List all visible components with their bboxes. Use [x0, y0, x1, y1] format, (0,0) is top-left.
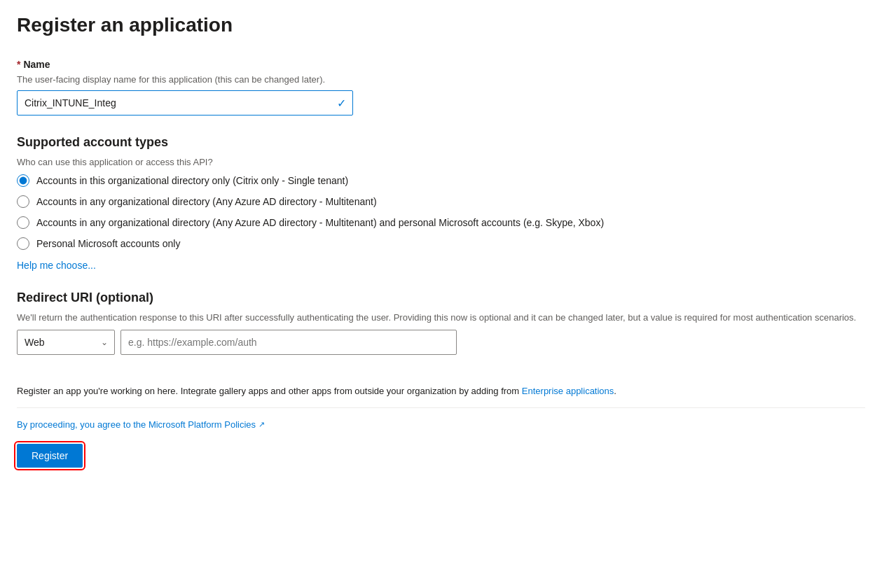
register-button[interactable]: Register — [17, 444, 83, 468]
radio-item-single-tenant[interactable]: Accounts in this organizational director… — [17, 174, 865, 187]
radio-label-multitenant: Accounts in any organizational directory… — [36, 196, 377, 207]
bottom-info-suffix: . — [614, 386, 616, 396]
account-types-heading: Supported account types — [17, 135, 865, 150]
redirect-uri-input[interactable] — [120, 330, 457, 355]
account-types-section: Supported account types Who can use this… — [17, 135, 865, 271]
radio-personal-only[interactable] — [17, 237, 29, 250]
redirect-uri-row: Web SPA Public client/native (mobile & d… — [17, 330, 865, 355]
name-label-text: Name — [23, 59, 50, 70]
bottom-info-text: Register an app you're working on here. … — [17, 377, 865, 396]
name-input-wrapper: ✓ — [17, 90, 353, 115]
redirect-uri-heading: Redirect URI (optional) — [17, 290, 865, 305]
name-description: The user-facing display name for this ap… — [17, 74, 865, 85]
bottom-info-prefix: Register an app you're working on here. … — [17, 386, 519, 396]
name-section: * Name The user-facing display name for … — [17, 59, 865, 115]
radio-label-personal-only: Personal Microsoft accounts only — [36, 238, 180, 249]
policy-link[interactable]: By proceeding, you agree to the Microsof… — [17, 419, 256, 430]
radio-item-personal-only[interactable]: Personal Microsoft accounts only — [17, 237, 865, 250]
external-link-icon: ↗ — [259, 420, 265, 429]
divider — [17, 407, 865, 408]
radio-label-single-tenant: Accounts in this organizational director… — [36, 175, 348, 186]
name-label: * Name — [17, 59, 865, 70]
redirect-uri-section: Redirect URI (optional) We'll return the… — [17, 290, 865, 355]
redirect-uri-description: We'll return the authentication response… — [17, 312, 865, 323]
account-types-radio-group: Accounts in this organizational director… — [17, 174, 865, 250]
help-me-choose-link[interactable]: Help me choose... — [17, 260, 96, 271]
redirect-type-select-wrapper: Web SPA Public client/native (mobile & d… — [17, 330, 115, 355]
redirect-type-select[interactable]: Web SPA Public client/native (mobile & d… — [17, 330, 115, 355]
account-types-question: Who can use this application or access t… — [17, 157, 865, 167]
radio-single-tenant[interactable] — [17, 174, 29, 187]
page-title: Register an application — [17, 14, 865, 36]
radio-label-multitenant-personal: Accounts in any organizational directory… — [36, 217, 604, 228]
radio-item-multitenant-personal[interactable]: Accounts in any organizational directory… — [17, 216, 865, 229]
radio-item-multitenant[interactable]: Accounts in any organizational directory… — [17, 195, 865, 208]
radio-multitenant[interactable] — [17, 195, 29, 208]
name-input[interactable] — [17, 90, 353, 115]
enterprise-applications-link[interactable]: Enterprise applications — [522, 386, 614, 396]
policy-text: By proceeding, you agree to the Microsof… — [17, 419, 865, 430]
required-indicator: * — [17, 59, 20, 70]
radio-multitenant-personal[interactable] — [17, 216, 29, 229]
